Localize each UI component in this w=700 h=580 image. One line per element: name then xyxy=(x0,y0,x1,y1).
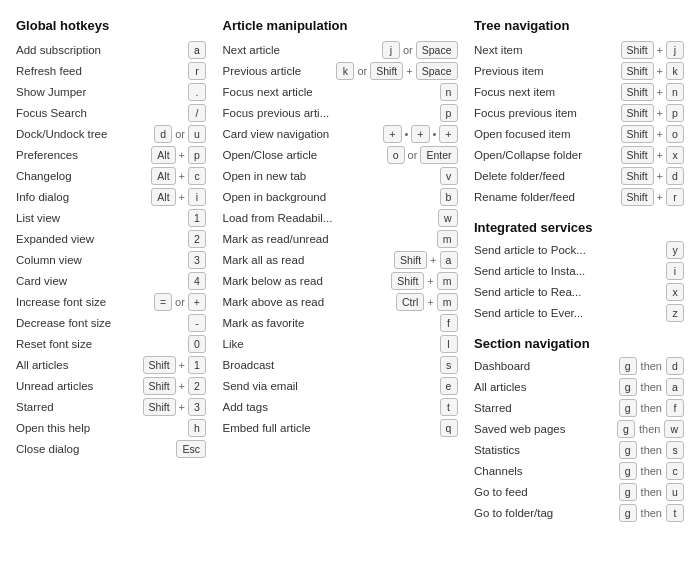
keys-group: 2 xyxy=(188,230,206,248)
shortcut-label: Show Jumper xyxy=(16,86,188,98)
key-badge: i xyxy=(188,188,206,206)
key-badge: l xyxy=(440,335,458,353)
key-badge: z xyxy=(666,304,684,322)
key-badge: Shift xyxy=(621,83,654,101)
key-badge: + xyxy=(188,293,206,311)
shortcut-row: Show Jumper. xyxy=(16,83,206,101)
shortcut-label: Mark as favorite xyxy=(223,317,440,329)
shortcut-row: Card view4 xyxy=(16,272,206,290)
keys-group: g then w xyxy=(617,420,684,438)
shortcut-row: Info dialogAlt+i xyxy=(16,188,206,206)
key-badge: + xyxy=(439,125,457,143)
tree-title: Tree navigation xyxy=(474,18,684,33)
shortcut-label: Next article xyxy=(223,44,382,56)
key-badge: d xyxy=(154,125,172,143)
shortcut-row: Embed full articleq xyxy=(223,419,458,437)
shortcut-row: Focus previous arti...p xyxy=(223,104,458,122)
shortcut-label: Dashboard xyxy=(474,360,619,372)
shortcut-label: Open in background xyxy=(223,191,440,203)
section-shortcut-row: Saved web pages g then w xyxy=(474,420,684,438)
key-badge: o xyxy=(387,146,405,164)
shortcut-row: Open/Close articleoorEnter xyxy=(223,146,458,164)
tree-rows: Next itemShift+jPrevious itemShift+kFocu… xyxy=(474,41,684,206)
key-badge: Shift xyxy=(621,41,654,59)
shortcut-row: Load from Readabil...w xyxy=(223,209,458,227)
key-separator: + xyxy=(656,170,664,182)
shortcut-label: Next item xyxy=(474,44,621,56)
shortcut-label: Dock/Undock tree xyxy=(16,128,154,140)
key-badge: 3 xyxy=(188,398,206,416)
key-separator: + xyxy=(178,401,186,413)
shortcut-row: Mark all as readShift+a xyxy=(223,251,458,269)
key-badge: a xyxy=(440,251,458,269)
shortcut-row: Dock/Undock treedoru xyxy=(16,125,206,143)
key-badge: Enter xyxy=(420,146,457,164)
section-shortcut-row: Channels g then c xyxy=(474,462,684,480)
shortcut-label: Open this help xyxy=(16,422,188,434)
key-separator: or xyxy=(174,296,186,308)
shortcut-label: Column view xyxy=(16,254,188,266)
shortcut-row: Focus previous itemShift+p xyxy=(474,104,684,122)
key-badge: o xyxy=(666,125,684,143)
key-badge: s xyxy=(666,441,684,459)
shortcut-row: Open/Collapse folderShift+x xyxy=(474,146,684,164)
keys-group: g then d xyxy=(619,357,684,375)
shortcut-row: All articlesShift+1 xyxy=(16,356,206,374)
shortcut-row: Send via emaile xyxy=(223,377,458,395)
key-badge: r xyxy=(666,188,684,206)
keys-group: Shift+r xyxy=(621,188,684,206)
key-separator: + xyxy=(656,44,664,56)
keys-group: Shift+x xyxy=(621,146,684,164)
key-badge: Space xyxy=(416,62,458,80)
shortcut-row: Send article to Ever...z xyxy=(474,304,684,322)
keys-group: m xyxy=(437,230,458,248)
key-badge: g xyxy=(619,504,637,522)
shortcut-row: Next itemShift+j xyxy=(474,41,684,59)
shortcut-row: Open in new tabv xyxy=(223,167,458,185)
shortcut-row: Card view navigation+•+•+ xyxy=(223,125,458,143)
col2-rows: Next articlejorSpacePrevious articlekorS… xyxy=(223,41,458,437)
shortcut-label: Focus next item xyxy=(474,86,621,98)
shortcut-label: Close dialog xyxy=(16,443,176,455)
key-badge: i xyxy=(666,262,684,280)
keys-group: Esc xyxy=(176,440,206,458)
key-separator: + xyxy=(656,65,664,77)
nav-dot: • xyxy=(432,128,438,140)
key-badge: s xyxy=(440,356,458,374)
shortcut-label: Open focused item xyxy=(474,128,621,140)
key-badge: p xyxy=(666,104,684,122)
then-text: then xyxy=(641,486,662,498)
key-badge: Esc xyxy=(176,440,206,458)
key-separator: + xyxy=(178,359,186,371)
keys-group: . xyxy=(188,83,206,101)
keys-group: oorEnter xyxy=(387,146,458,164)
keys-group: +•+•+ xyxy=(383,125,457,143)
shortcut-label: Card view navigation xyxy=(223,128,384,140)
keys-group: Shift+1 xyxy=(143,356,206,374)
col2-title: Article manipulation xyxy=(223,18,458,33)
shortcut-label: Refresh feed xyxy=(16,65,188,77)
shortcut-label: Reset font size xyxy=(16,338,188,350)
keys-group: / xyxy=(188,104,206,122)
shortcut-label: Preferences xyxy=(16,149,151,161)
key-badge: f xyxy=(440,314,458,332)
col-global-hotkeys: Global hotkeys Add subscriptionaRefresh … xyxy=(16,18,206,525)
key-badge: g xyxy=(619,399,637,417)
key-badge: 2 xyxy=(188,377,206,395)
keys-group: i xyxy=(666,262,684,280)
key-badge: t xyxy=(440,398,458,416)
section-shortcut-row: Go to feed g then u xyxy=(474,483,684,501)
keys-group: Alt+c xyxy=(151,167,206,185)
section-rows: Dashboard g then d All articles g then a… xyxy=(474,357,684,522)
shortcut-label: Broadcast xyxy=(223,359,440,371)
keys-group: Shift+3 xyxy=(143,398,206,416)
shortcut-label: Open/Close article xyxy=(223,149,387,161)
shortcut-label: Mark all as read xyxy=(223,254,395,266)
shortcut-label: Expanded view xyxy=(16,233,188,245)
shortcut-row: StarredShift+3 xyxy=(16,398,206,416)
then-text: then xyxy=(641,402,662,414)
key-badge: 1 xyxy=(188,209,206,227)
key-badge: Space xyxy=(416,41,458,59)
then-text: then xyxy=(639,423,660,435)
shortcut-row: Add subscriptiona xyxy=(16,41,206,59)
